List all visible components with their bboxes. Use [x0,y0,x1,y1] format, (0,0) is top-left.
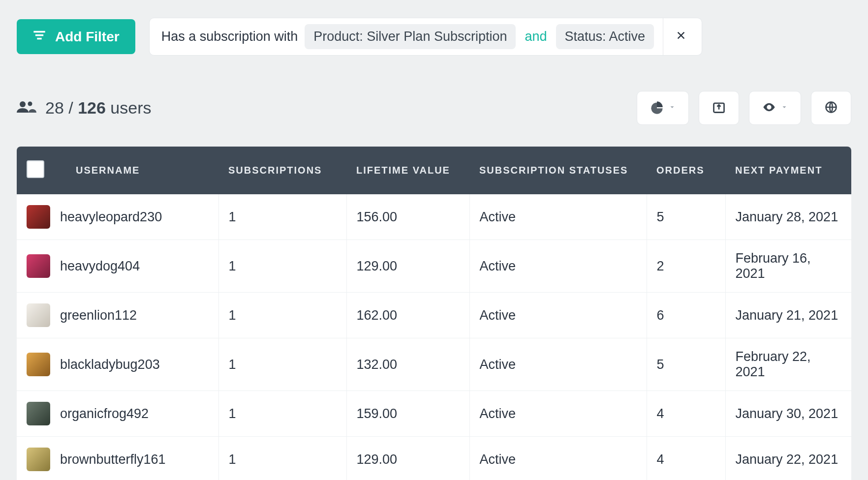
users-table: USERNAME SUBSCRIPTIONS LIFETIME VALUE SU… [17,147,851,480]
username: blackladybug203 [60,357,160,372]
subscriptions-cell: 1 [218,437,346,480]
avatar [27,353,50,376]
table-row[interactable]: brownbutterfly1611129.00Active4January 2… [17,437,851,480]
status-cell: Active [469,338,647,391]
username: brownbutterfly161 [60,452,166,467]
svg-rect-2 [37,38,41,40]
open-in-new-icon [712,100,726,116]
filter-and: and [523,29,549,44]
orders-cell: 5 [647,338,725,391]
svg-rect-1 [35,34,43,36]
close-icon [676,29,686,44]
status-cell: Active [469,240,647,293]
svg-point-6 [28,102,32,106]
lifetime-value-cell: 132.00 [346,338,469,391]
filter-bar: Add Filter Has a subscription with Produ… [17,18,851,56]
next-payment-cell: January 28, 2021 [725,194,851,240]
select-all-checkbox[interactable] [27,160,44,178]
col-orders[interactable]: ORDERS [647,147,725,194]
lifetime-value-cell: 129.00 [346,240,469,293]
col-lifetime-value[interactable]: LIFETIME VALUE [346,147,469,194]
next-payment-cell: January 22, 2021 [725,437,851,480]
user-cell: brownbutterfly161 [17,437,218,480]
avatar [27,303,50,327]
subscriptions-cell: 1 [218,391,346,437]
people-icon [17,98,36,118]
globe-button[interactable] [811,91,851,125]
status-cell: Active [469,437,647,480]
username: greenlion112 [60,308,137,323]
avatar [27,254,50,278]
user-cell: organicfrog492 [17,391,218,437]
add-filter-button[interactable]: Add Filter [17,19,135,54]
lifetime-value-cell: 159.00 [346,391,469,437]
filter-separator [663,18,663,55]
filter-icon [32,28,46,45]
action-buttons [637,91,851,125]
remove-filter-button[interactable] [672,28,690,46]
status-cell: Active [469,293,647,338]
table-row[interactable]: organicfrog4921159.00Active4January 30, … [17,391,851,437]
chevron-down-icon [781,104,788,112]
visibility-dropdown-button[interactable] [749,91,801,125]
users-total: 126 [78,98,106,117]
next-payment-cell: February 16, 2021 [725,240,851,293]
username: heavydog404 [60,259,140,274]
table-row[interactable]: heavydog4041129.00Active2February 16, 20… [17,240,851,293]
applied-filter[interactable]: Has a subscription with Product: Silver … [149,18,702,56]
table-row[interactable]: blackladybug2031132.00Active5February 22… [17,338,851,391]
chevron-down-icon [669,104,676,112]
lifetime-value-cell: 129.00 [346,437,469,480]
col-subscriptions[interactable]: SUBSCRIPTIONS [218,147,346,194]
eye-icon [762,100,776,116]
orders-cell: 4 [647,391,725,437]
avatar [27,448,50,471]
orders-cell: 6 [647,293,725,338]
globe-icon [824,100,838,116]
user-cell: greenlion112 [17,293,218,338]
status-cell: Active [469,194,647,240]
subscriptions-cell: 1 [218,338,346,391]
next-payment-cell: February 22, 2021 [725,338,851,391]
users-shown: 28 [45,98,64,117]
filter-chip-product[interactable]: Product: Silver Plan Subscription [305,24,516,49]
table-row[interactable]: heavyleopard2301156.00Active5January 28,… [17,194,851,240]
chart-dropdown-button[interactable] [637,91,689,125]
username: organicfrog492 [60,406,149,421]
status-cell: Active [469,391,647,437]
user-count: 28 / 126 users [17,98,152,118]
avatar [27,205,50,229]
avatar [27,402,50,425]
orders-cell: 5 [647,194,725,240]
svg-point-5 [20,101,26,107]
table-header-row: USERNAME SUBSCRIPTIONS LIFETIME VALUE SU… [17,147,851,194]
next-payment-cell: January 30, 2021 [725,391,851,437]
filter-prefix: Has a subscription with [161,29,298,44]
next-payment-cell: January 21, 2021 [725,293,851,338]
col-username[interactable]: USERNAME [66,147,218,194]
pie-chart-icon [650,100,664,116]
user-cell: heavydog404 [17,240,218,293]
subscriptions-cell: 1 [218,240,346,293]
filter-chip-status[interactable]: Status: Active [556,24,654,49]
orders-cell: 2 [647,240,725,293]
export-button[interactable] [699,91,739,125]
subscriptions-cell: 1 [218,194,346,240]
subscriptions-cell: 1 [218,293,346,338]
lifetime-value-cell: 156.00 [346,194,469,240]
select-all-header [17,147,66,194]
col-subscription-statuses[interactable]: SUBSCRIPTION STATUSES [469,147,647,194]
add-filter-label: Add Filter [55,29,120,45]
table-row[interactable]: greenlion1121162.00Active6January 21, 20… [17,293,851,338]
summary-row: 28 / 126 users [17,91,851,125]
col-next-payment[interactable]: NEXT PAYMENT [725,147,851,194]
svg-rect-0 [33,31,45,33]
username: heavyleopard230 [60,210,162,225]
user-cell: heavyleopard230 [17,194,218,240]
user-cell: blackladybug203 [17,338,218,391]
lifetime-value-cell: 162.00 [346,293,469,338]
orders-cell: 4 [647,437,725,480]
